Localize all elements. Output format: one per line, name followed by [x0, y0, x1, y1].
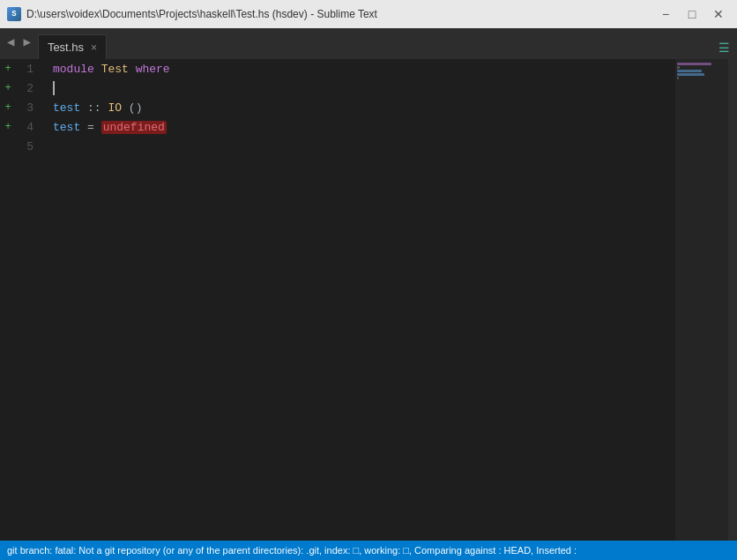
code-line [53, 78, 675, 98]
code-token: undefined [101, 121, 167, 134]
title-bar: S D:\users\voidex\Documents\Projects\has… [0, 0, 737, 28]
text-cursor [53, 81, 55, 95]
gutter-plus-icon[interactable]: + [4, 63, 12, 75]
tab-label: Test.hs [48, 41, 84, 54]
code-token: module [53, 63, 94, 76]
minimap-toggle-icon[interactable]: ☰ [718, 41, 730, 56]
status-text: git branch: fatal: Not a git repository … [7, 545, 577, 556]
code-token: test [53, 121, 80, 134]
minimize-button[interactable]: − [654, 5, 677, 23]
vertical-scrollbar[interactable] [728, 59, 737, 541]
app-icon: S [7, 7, 21, 21]
gutter-plus-icon[interactable]: + [4, 121, 12, 133]
line-number: 4 [16, 121, 34, 134]
gutter-row: +4 [0, 117, 46, 137]
code-area[interactable]: module Test wheretest :: IO ()test = und… [46, 59, 675, 541]
code-token: where [136, 63, 170, 76]
editor-container: +1+2+3+45 module Test wheretest :: IO ()… [0, 59, 737, 541]
window-title: D:\users\voidex\Documents\Projects\haske… [26, 8, 377, 20]
code-token [129, 63, 136, 76]
maximize-button[interactable]: □ [681, 5, 704, 23]
line-number: 5 [16, 140, 34, 153]
line-number: 1 [16, 63, 34, 76]
tab-prev-arrow[interactable]: ◀ [4, 34, 18, 49]
tab-next-arrow[interactable]: ▶ [19, 34, 34, 49]
code-token: :: [80, 101, 108, 115]
code-token: = [80, 121, 100, 134]
line-number: 2 [16, 82, 34, 95]
code-line: test :: IO () [53, 98, 675, 117]
gutter-row: 5 [0, 137, 46, 156]
tab-bar: ◀ ▶ Test.hs × ☰ [0, 28, 737, 59]
code-line: test = undefined [53, 117, 675, 137]
gutter: +1+2+3+45 [0, 59, 46, 541]
gutter-plus-icon[interactable]: + [4, 101, 12, 114]
line-number: 3 [16, 101, 34, 115]
active-tab[interactable]: Test.hs × [38, 34, 107, 59]
minimap [675, 59, 728, 541]
code-token: IO [108, 101, 122, 115]
code-token: test [53, 101, 80, 115]
gutter-plus-icon[interactable]: + [4, 82, 12, 94]
code-token: () [122, 101, 142, 115]
tab-nav-arrows: ◀ ▶ [4, 28, 34, 59]
minimap-content [675, 59, 728, 84]
code-token [94, 63, 101, 76]
gutter-row: +2 [0, 78, 46, 98]
close-button[interactable]: ✕ [707, 5, 730, 23]
code-line [53, 137, 675, 156]
tab-close-button[interactable]: × [91, 42, 97, 53]
title-left: S D:\users\voidex\Documents\Projects\has… [7, 7, 377, 21]
gutter-row: +3 [0, 98, 46, 117]
gutter-row: +1 [0, 59, 46, 78]
code-token: Test [101, 63, 129, 76]
tab-bar-right: ☰ [107, 41, 737, 59]
title-controls: − □ ✕ [654, 5, 730, 23]
code-line: module Test where [53, 59, 675, 78]
status-bar: git branch: fatal: Not a git repository … [0, 541, 737, 560]
